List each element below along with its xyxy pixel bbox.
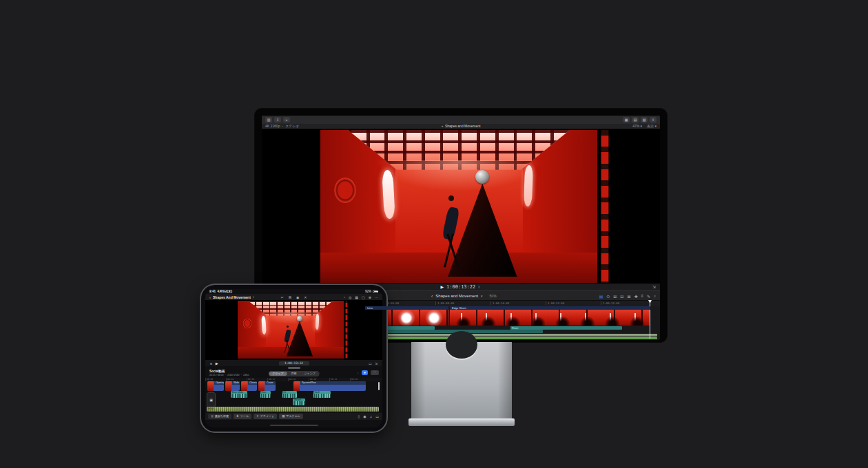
skip-forward-icon[interactable]: »: [283, 117, 290, 123]
chevron-down-icon[interactable]: ▾: [481, 294, 483, 298]
more-icon[interactable]: ⋯: [375, 295, 378, 299]
speaker-icon[interactable]: ♫: [370, 414, 373, 419]
audio-clip[interactable]: Riser: [260, 391, 271, 398]
audio-clip[interactable]: Hit: [282, 391, 297, 398]
timeline-scroll-grip[interactable]: [378, 382, 380, 390]
bottom-toolbar-button[interactable]: ✦ アニメート: [254, 414, 277, 419]
project-details: 00:25 / 06:00 ・ 2160×2160 ・ 24fps: [209, 374, 249, 377]
button-label: アニメート: [260, 414, 274, 419]
video-clip[interactable]: Crane: [258, 381, 276, 391]
inspector-layout-icon[interactable]: ▧: [641, 117, 648, 123]
project-title[interactable]: Shapes And Movement: [213, 295, 251, 299]
voiceover-icon[interactable]: ◎: [349, 295, 351, 299]
more-button[interactable]: ⋯: [371, 370, 379, 375]
bottom-toolbar-button[interactable]: ▦ マルチカム: [279, 414, 303, 419]
audio-clip[interactable]: Swell: [313, 391, 331, 398]
timer-icon[interactable]: ◔: [343, 295, 345, 299]
ipad-screen: 9:41 4月6日(木) 92% ‹ Shapes And Movement ▾…: [205, 289, 382, 427]
timeline-zoom[interactable]: 50%: [490, 294, 497, 298]
audio-clip[interactable]: Whoosh: [293, 398, 305, 405]
skimming-icon[interactable]: ✎: [647, 294, 650, 299]
delete-icon[interactable]: ✕: [304, 295, 307, 299]
timeline-title[interactable]: Shapes and Movement: [435, 294, 478, 298]
snap-icon[interactable]: ≡: [641, 294, 643, 298]
waveform: [260, 394, 271, 398]
music-track[interactable]: BGM: [207, 407, 379, 412]
video-clip[interactable]: Opening: [207, 381, 224, 391]
video-clip[interactable]: Closeup: [241, 381, 257, 391]
music-track[interactable]: [365, 334, 657, 337]
mic-icon[interactable]: ◉: [296, 295, 299, 299]
display-icon[interactable]: ▢: [362, 295, 365, 299]
play-icon[interactable]: ▶: [440, 284, 444, 290]
connect-clip-button[interactable]: ▣: [207, 392, 216, 407]
grid-icon[interactable]: ▦: [355, 295, 358, 299]
video-clip[interactable]: Pyramid Rise: [293, 381, 366, 391]
insert-icon[interactable]: ⊞: [613, 294, 617, 299]
tools-icon[interactable]: ✚: [634, 294, 637, 299]
bottom-toolbar-button[interactable]: ◎ 素材を検索: [208, 414, 231, 419]
bottom-toolbar-button[interactable]: ✚ ツール: [234, 414, 251, 419]
home-indicator[interactable]: [270, 425, 318, 426]
expand-icon[interactable]: ⇲: [652, 284, 656, 289]
chevron-down-icon[interactable]: ▾: [253, 295, 254, 299]
display-stand: [411, 342, 512, 418]
toolbar-right-buttons: ▦▤▧⇧: [623, 117, 657, 123]
fcp-window-toolbar: ▥⇩» ▦▤▧⇧: [262, 116, 660, 124]
connect-icon[interactable]: ⊙: [606, 294, 610, 299]
import-icon[interactable]: ⇩: [274, 117, 281, 123]
clip-thumbnail: [258, 381, 265, 391]
index-icon[interactable]: ▤: [599, 294, 603, 299]
zoom-icon[interactable]: ⊕: [369, 295, 371, 299]
browser-layout-icon[interactable]: ▦: [623, 117, 630, 123]
segment-option[interactable]: 調整: [288, 372, 300, 376]
audio-clip[interactable]: Music Under: [231, 391, 247, 398]
clip-thumbnail: [241, 381, 247, 391]
fullscreen-icon[interactable]: ⇲: [375, 361, 378, 365]
panel-drag-handle[interactable]: [288, 367, 300, 369]
rewind-icon[interactable]: «: [210, 361, 212, 365]
viewer-layout-icon[interactable]: ▤: [632, 117, 639, 123]
video-clip[interactable]: Wide: [225, 381, 240, 391]
append-icon[interactable]: ⊟: [620, 294, 623, 299]
video-clip[interactable]: Edge Shots: [450, 306, 650, 326]
trash-icon[interactable]: ▯: [358, 414, 360, 419]
film-strip: [345, 301, 348, 359]
project-bar: Social動画 00:25 / 06:00 ・ 2160×2160 ・ 24f…: [205, 370, 382, 378]
overlay-icon[interactable]: ◌: [357, 371, 359, 375]
audio-level-bar: [365, 337, 657, 339]
clip-name: Opening: [214, 381, 224, 385]
sidebar-icon[interactable]: ▥: [265, 117, 272, 123]
window-light-left: [261, 316, 267, 334]
share-icon[interactable]: ⇧: [650, 117, 657, 123]
zoom-menu[interactable]: 47% ▾: [632, 124, 642, 129]
ruler-label: 1:00:08:00: [435, 301, 454, 305]
audio-monitor-icon[interactable]: ♪: [654, 294, 656, 298]
ruler-label: 1:00:24:00: [546, 301, 564, 305]
segment-option[interactable]: ジャンプ: [301, 372, 319, 376]
loop-icon[interactable]: ‖: [478, 284, 479, 290]
overwrite-icon[interactable]: ⊠: [627, 294, 630, 299]
view-menu[interactable]: 表示 ▾: [647, 124, 657, 129]
waveform: [282, 394, 297, 398]
scissors-icon[interactable]: ✂: [281, 295, 284, 299]
clip-thumbnail: [207, 381, 214, 391]
segment-option[interactable]: クリップ: [269, 372, 287, 376]
back-icon[interactable]: ‹: [209, 295, 211, 299]
play-icon[interactable]: ▶: [216, 361, 218, 365]
film-icon: ✦: [442, 125, 444, 128]
camera-icon[interactable]: ◉: [363, 414, 366, 419]
airplay-icon[interactable]: ▭: [369, 361, 372, 365]
music-label: BGM: [208, 407, 214, 412]
metallic-sphere: [297, 316, 302, 321]
back-icon[interactable]: ‹: [431, 294, 433, 299]
keyframe-button[interactable]: ❖: [362, 370, 368, 375]
battery-percent: 92%: [365, 289, 371, 294]
performer-head: [448, 195, 454, 201]
bottom-toolbar: ◎ 素材を検索 ✚ ツール ✦ アニメート ▦: [205, 413, 382, 420]
clip-filmstrip: [450, 310, 650, 326]
duplicate-icon[interactable]: ⊞: [289, 295, 291, 299]
timecode: 1:00:13:22: [279, 361, 309, 365]
project-title: ✦Shapes and Movement: [262, 124, 660, 129]
chat-icon[interactable]: ▭: [375, 414, 379, 419]
